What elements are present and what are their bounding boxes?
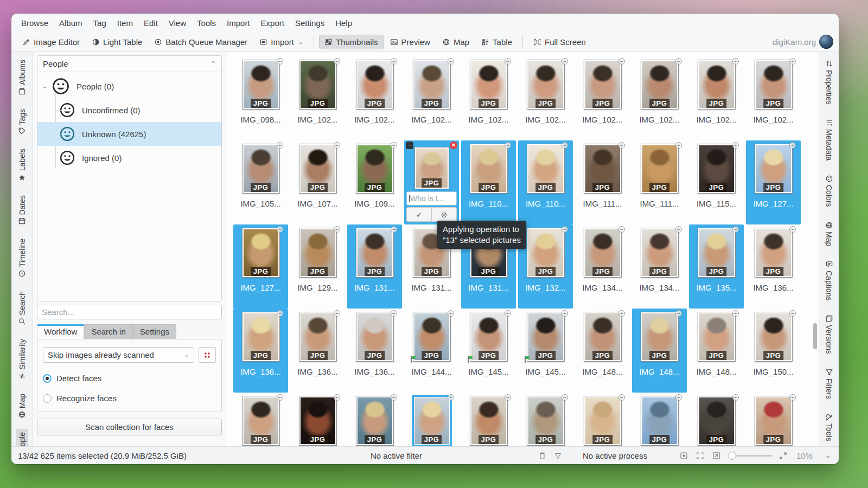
people-panel-header[interactable]: People ⌃ [37, 56, 221, 72]
scan-collection-button[interactable]: Scan collection for faces [37, 419, 222, 435]
rotate-overlay-icon[interactable] [505, 58, 511, 65]
rotate-overlay-icon[interactable] [505, 310, 511, 317]
zoom-slider[interactable] [729, 447, 772, 464]
thumbnail-item[interactable]: JPGIMG_105... [233, 140, 288, 224]
rotate-overlay-icon[interactable] [732, 394, 739, 401]
rotate-overlay-icon[interactable] [618, 58, 625, 65]
rotate-overlay-icon[interactable] [675, 58, 682, 65]
thumbnail-item[interactable]: JPGIMG_144... [404, 309, 459, 393]
thumbnail-item[interactable]: JPGIMG_132... [518, 224, 573, 309]
thumbnail-item[interactable]: JPGIMG_135... [689, 224, 744, 309]
thumbnail-item[interactable]: JPGIMG_148... [632, 309, 687, 393]
rotate-overlay-icon[interactable] [448, 310, 454, 317]
rotate-overlay-icon[interactable] [334, 226, 340, 233]
thumbnail-item[interactable]: JPGIMG_136... [347, 309, 402, 393]
rotate-overlay-icon[interactable] [618, 226, 625, 233]
thumbnail-item[interactable]: JPG [746, 393, 801, 446]
thumbnail-item[interactable]: JPGIMG_134... [632, 224, 687, 309]
thumbnail-item[interactable]: JPG [632, 393, 687, 446]
thumbnail-item[interactable]: JPGIMG_111... [632, 140, 687, 224]
sidebar-tab-search[interactable]: Search [16, 288, 28, 329]
toolbar-batch-queue-manager-button[interactable]: Batch Queue Manager [149, 35, 253, 49]
menu-view[interactable]: View [163, 16, 192, 30]
rotate-overlay-icon[interactable] [789, 226, 796, 233]
rotate-overlay-icon[interactable] [334, 394, 340, 401]
rotate-overlay-icon[interactable] [277, 310, 283, 317]
toolbar-import-button[interactable]: Import⌄ [254, 35, 309, 49]
thumbnail-item[interactable]: JPGIMG_102... [689, 56, 744, 140]
rotate-overlay-icon[interactable] [277, 394, 283, 401]
toolbar-image-editor-button[interactable]: Image Editor [17, 35, 85, 49]
thumbnail-item[interactable]: JPGIMG_109... [347, 140, 402, 224]
vertical-scrollbar[interactable] [813, 52, 818, 446]
toolbar-thumbnails-button[interactable]: Thumbnails [319, 35, 384, 49]
menu-import[interactable]: Import [221, 16, 256, 30]
sidebar-tab-properties[interactable]: Properties [823, 56, 835, 108]
menu-export[interactable]: Export [256, 16, 290, 30]
zoom-100-icon[interactable] [696, 447, 704, 464]
sidebar-tab-map[interactable]: Map [823, 218, 835, 249]
thumbnail-item[interactable]: JPGIMG_102... [746, 56, 801, 140]
sidebar-tab-albums[interactable]: Albums [16, 56, 28, 99]
thumbnail-item[interactable]: JPGIMG_134... [575, 224, 630, 309]
sidebar-tab-labels[interactable]: Labels [16, 145, 28, 184]
rotate-overlay-icon[interactable] [334, 58, 340, 65]
radio-detect-faces[interactable]: Detect faces [43, 374, 216, 383]
rotate-overlay-icon[interactable] [732, 226, 739, 233]
face-tag-editor-tile[interactable]: JPG–✕Who is t...✓⊘ [404, 140, 459, 224]
rotate-overlay-icon[interactable] [448, 394, 454, 401]
thumbnail-item[interactable]: JPGIMG_102... [518, 56, 573, 140]
rotate-overlay-icon[interactable] [675, 394, 682, 401]
sidebar-tab-tools[interactable]: Tools [823, 410, 835, 445]
thumbnail-item[interactable]: JPGIMG_102... [290, 56, 345, 140]
radio-recognize-faces[interactable]: Recognize faces [43, 394, 216, 403]
thumbnail-item[interactable]: JPGIMG_136... [746, 224, 801, 309]
menu-item[interactable]: Item [112, 16, 138, 30]
rotate-overlay-icon[interactable] [732, 58, 739, 65]
rotate-overlay-icon[interactable] [334, 310, 340, 317]
thumbnail-item[interactable]: JPGIMG_110... [461, 140, 516, 224]
thumbnail-item[interactable]: JPG [518, 393, 573, 446]
menu-tag[interactable]: Tag [88, 16, 112, 30]
thumbnail-item[interactable]: JPGIMG_136... [233, 309, 288, 393]
expander-chevron-icon[interactable]: ⌄ [37, 83, 52, 90]
thumbnail-item[interactable]: JPGIMG_129... [290, 224, 345, 309]
thumbnail-item[interactable]: JPGIMG_148... [689, 309, 744, 393]
thumbnail-item[interactable]: JPGIMG_111... [575, 140, 630, 224]
menu-settings[interactable]: Settings [290, 16, 330, 30]
rotate-overlay-icon[interactable] [675, 142, 682, 149]
search-input[interactable]: Search... [37, 305, 222, 319]
menu-tools[interactable]: Tools [192, 16, 221, 30]
menu-album[interactable]: Album [54, 16, 88, 30]
sidebar-tab-similarity[interactable]: Similarity [16, 336, 28, 383]
rotate-overlay-icon[interactable] [789, 142, 796, 149]
thumbnail-item[interactable]: JPGIMG_145... [518, 309, 573, 393]
sidebar-tab-versions[interactable]: Versions [823, 311, 835, 357]
rotate-overlay-icon[interactable] [277, 226, 283, 233]
face-name-input[interactable]: Who is t... [406, 191, 457, 206]
fit-selection-icon[interactable] [712, 447, 720, 464]
rotate-overlay-icon[interactable] [448, 58, 454, 65]
rotate-overlay-icon[interactable] [561, 310, 568, 317]
zoom-slider-knob[interactable] [728, 452, 736, 460]
thumbnail-item[interactable]: JPGIMG_127... [746, 140, 801, 224]
thumbnail-item[interactable]: JPGIMG_148... [575, 309, 630, 393]
fit-window-icon[interactable] [680, 447, 688, 464]
rotate-overlay-icon[interactable] [561, 226, 568, 233]
rotate-overlay-icon[interactable] [618, 394, 625, 401]
tab-settings[interactable]: Settings [133, 324, 176, 339]
scan-mode-dropdown[interactable]: Skip images already scanned ⌄ [43, 347, 194, 363]
zoom-chevron-icon[interactable]: ⌄ [825, 447, 831, 464]
rotate-overlay-icon[interactable] [505, 142, 511, 149]
confirm-face-button[interactable]: ✓ [407, 208, 431, 221]
thumbnail-item[interactable]: JPG [290, 393, 345, 446]
rotate-overlay-icon[interactable] [334, 142, 340, 149]
rotate-overlay-icon[interactable] [561, 142, 568, 149]
trash-icon[interactable] [539, 447, 546, 464]
rotate-overlay-icon[interactable] [789, 58, 796, 65]
thumbnail-item[interactable]: JPGIMG_102... [347, 56, 402, 140]
toolbar-preview-button[interactable]: Preview [385, 35, 436, 49]
menu-browse[interactable]: Browse [16, 16, 54, 30]
rotate-overlay-icon[interactable] [391, 58, 397, 65]
rotate-overlay-icon[interactable] [391, 394, 397, 401]
